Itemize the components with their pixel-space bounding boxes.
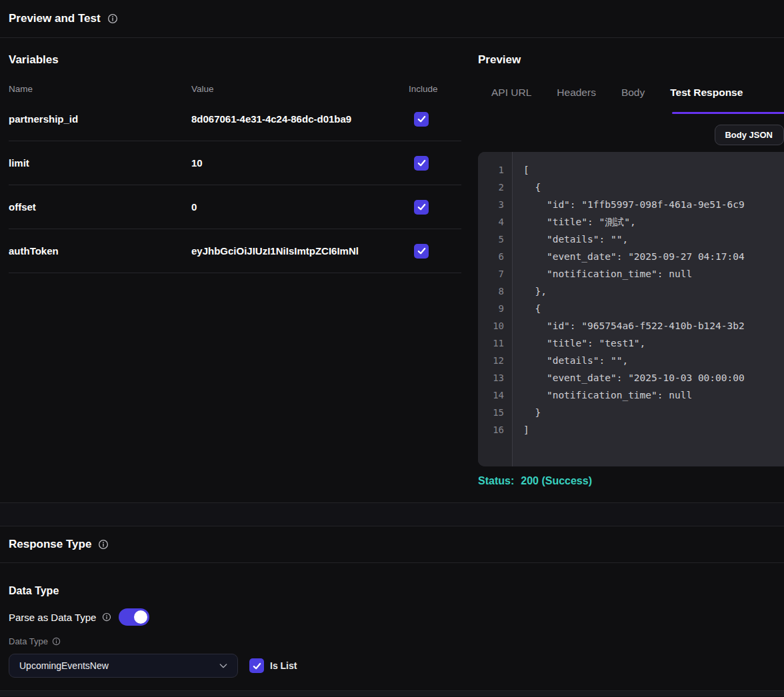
table-row: partnership_id 8d067061-4e31-4c24-86dc-d… (9, 97, 461, 141)
body-json-button[interactable]: Body JSON (715, 125, 784, 145)
variable-name: offset (9, 201, 191, 213)
info-icon[interactable] (52, 637, 61, 646)
code-line: 13 "event_date": "2025-10-03 00:00:00 (478, 369, 784, 386)
chevron-down-icon (218, 660, 229, 671)
code-line: 6 "event_date": "2025-09-27 04:17:04 (478, 248, 784, 265)
is-list-checkbox[interactable] (249, 658, 264, 673)
include-checkbox[interactable] (414, 200, 429, 215)
page-title: Preview and Test (9, 12, 101, 25)
info-icon[interactable] (107, 13, 118, 24)
bottom-divider-band (0, 691, 784, 696)
code-line: 14 "notification_time": null (478, 386, 784, 404)
code-line: 1[ (478, 161, 784, 179)
active-tab-underline (672, 112, 784, 114)
table-row: authToken eyJhbGciOiJIUzI1NiIsImtpZCI6Im… (9, 229, 461, 273)
response-type-section: Response Type (0, 526, 784, 563)
include-checkbox[interactable] (414, 244, 429, 259)
response-type-title: Response Type (9, 538, 91, 551)
tab-body[interactable]: Body (621, 87, 645, 99)
tab-headers[interactable]: Headers (557, 87, 596, 99)
section-divider-band (0, 503, 784, 526)
is-list-label: Is List (270, 660, 297, 671)
table-row: offset 0 (9, 185, 461, 229)
variable-value: 10 (191, 157, 409, 169)
column-header-include: Include (409, 84, 461, 94)
page-header: Preview and Test (0, 0, 784, 38)
status-label: Status: (478, 475, 514, 487)
column-header-value: Value (191, 84, 409, 94)
data-type-section: Data Type Parse as Data Type Data Type U… (0, 563, 784, 691)
code-line: 16] (478, 421, 784, 438)
main-content: Variables Name Value Include partnership… (0, 38, 784, 503)
parse-toggle-label: Parse as Data Type (9, 612, 96, 623)
include-checkbox[interactable] (414, 156, 429, 171)
code-line: 3 "id": "1ffb5997-098f-461a-9e51-6c9 (478, 196, 784, 213)
preview-title: Preview (478, 53, 521, 67)
data-type-field-label: Data Type (9, 636, 61, 646)
variable-value: 8d067061-4e31-4c24-86dc-d01ba9 (191, 113, 409, 125)
parse-as-data-type-row: Parse as Data Type (9, 608, 149, 626)
variable-name: partnership_id (9, 113, 191, 125)
tab-test-response[interactable]: Test Response (670, 87, 743, 99)
data-type-dropdown[interactable]: UpcomingEventsNew (9, 654, 238, 678)
variables-column-headers: Name Value Include (9, 80, 461, 97)
variable-value: eyJhbGciOiJIUzI1NiIsImtpZCI6ImNl (191, 245, 409, 257)
data-type-controls: UpcomingEventsNew Is List (9, 654, 297, 678)
variable-name: limit (9, 157, 191, 169)
include-checkbox[interactable] (414, 112, 429, 127)
status-badge: 200 (Success) (521, 475, 592, 487)
variable-name: authToken (9, 245, 191, 257)
variables-title: Variables (9, 53, 461, 67)
code-line: 9 { (478, 300, 784, 317)
code-line: 11 "title": "test1", (478, 335, 784, 352)
column-header-name: Name (9, 84, 191, 94)
code-line: 4 "title": "測試", (478, 213, 784, 231)
info-icon[interactable] (102, 612, 111, 622)
code-line: 8 }, (478, 283, 784, 300)
tab-api-url[interactable]: API URL (491, 87, 531, 99)
code-line: 15 } (478, 404, 784, 421)
code-line: 5 "details": "", (478, 231, 784, 248)
is-list-control: Is List (249, 658, 297, 673)
code-line: 7 "notification_time": null (478, 265, 784, 283)
code-line: 10 "id": "965754a6-f522-410b-b124-3b2 (478, 317, 784, 335)
code-line: 12 "details": "", (478, 352, 784, 369)
toggle-knob (134, 610, 147, 624)
table-row: limit 10 (9, 141, 461, 185)
parse-data-type-toggle[interactable] (119, 608, 149, 626)
variable-value: 0 (191, 201, 409, 213)
data-type-title: Data Type (9, 585, 59, 597)
info-icon[interactable] (98, 539, 109, 550)
preview-tabs: API URL Headers Body Test Response (491, 87, 743, 99)
status-line: Status: 200 (Success) (478, 475, 592, 487)
response-code-editor[interactable]: 1[ 2 { 3 "id": "1ffb5997-098f-461a-9e51-… (478, 152, 784, 466)
code-line: 2 { (478, 179, 784, 196)
dropdown-selected-value: UpcomingEventsNew (19, 660, 109, 671)
variables-section: Variables Name Value Include partnership… (9, 38, 461, 273)
